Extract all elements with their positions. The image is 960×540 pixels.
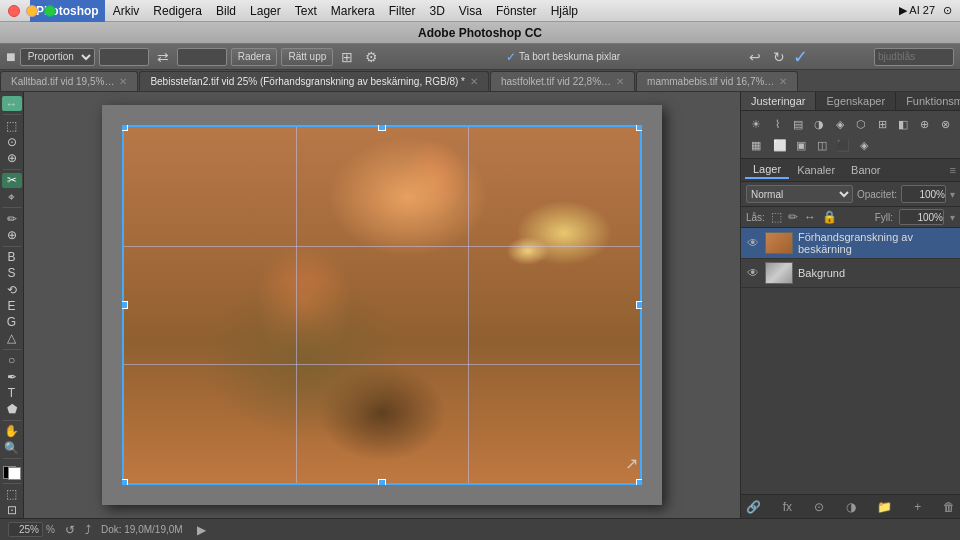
layer-fx-icon[interactable]: fx [783, 500, 792, 514]
tool-crop[interactable]: ✂ [2, 173, 22, 188]
menu-markera[interactable]: Markera [325, 0, 381, 22]
tool-history[interactable]: ⟲ [2, 282, 22, 297]
crop-overlay[interactable] [122, 125, 642, 485]
adj-curves[interactable]: ⌇ [768, 115, 786, 133]
settings-icon[interactable]: ⚙ [361, 48, 381, 66]
lock-pixels[interactable]: ✏ [788, 210, 798, 224]
layers-panel-menu[interactable]: ≡ [950, 164, 956, 176]
radera-button[interactable]: Radera [231, 48, 278, 66]
tool-eraser[interactable]: E [2, 298, 22, 313]
menu-hjalp[interactable]: Hjälp [545, 0, 584, 22]
adj-levels[interactable]: ▤ [789, 115, 807, 133]
layer-mask-icon[interactable]: ⊙ [814, 500, 824, 514]
panel-tab-justeringar[interactable]: Justeringar [741, 92, 816, 110]
proportion-item[interactable]: Proportion [20, 48, 95, 66]
tool-mask[interactable]: ⬚ [2, 487, 22, 502]
opacity-input[interactable] [901, 185, 946, 203]
swap-icon[interactable]: ⇄ [153, 48, 173, 66]
adj-selective-color[interactable]: ◈ [855, 136, 873, 154]
fill-input[interactable] [899, 209, 944, 225]
crop-handle-mr[interactable] [636, 301, 642, 309]
tab-1[interactable]: Kalltbad.tif vid 19,5%… ✕ [0, 71, 138, 91]
adj-vibrance[interactable]: ◈ [831, 115, 849, 133]
background-color[interactable] [8, 467, 21, 480]
tool-eyedropper[interactable]: ✏ [2, 211, 22, 226]
crop-handle-mt[interactable] [378, 125, 386, 131]
tab-3[interactable]: hastfolket.tif vid 22,8%… ✕ [490, 71, 635, 91]
adj-brightness[interactable]: ☀ [747, 115, 765, 133]
tool-blur[interactable]: △ [2, 331, 22, 346]
tool-screen[interactable]: ⊡ [2, 503, 22, 518]
height-input[interactable] [177, 48, 227, 66]
undo-icon[interactable]: ↩ [745, 48, 765, 66]
tool-lasso[interactable]: ⊙ [2, 134, 22, 149]
zoom-input[interactable] [8, 522, 43, 537]
opacity-stepper[interactable]: ▾ [950, 189, 955, 200]
layer-item-0[interactable]: 👁 Förhandsgranskning av beskärning [741, 228, 960, 259]
tool-pen[interactable]: ✒ [2, 369, 22, 384]
layer-add-icon[interactable]: + [914, 500, 921, 514]
grid-icon[interactable]: ⊞ [337, 48, 357, 66]
adj-threshold[interactable]: ◫ [813, 136, 831, 154]
canvas-inner[interactable] [122, 125, 642, 485]
layer-folder-icon[interactable]: 📁 [877, 500, 892, 514]
menu-fonster[interactable]: Fönster [490, 0, 543, 22]
adj-gradient-map[interactable]: ⬛ [834, 136, 852, 154]
menu-arkiv[interactable]: Arkiv [107, 0, 146, 22]
adj-color-balance[interactable]: ⊞ [873, 115, 891, 133]
tab-4[interactable]: mammabebis.tif vid 16,7%… ✕ [636, 71, 798, 91]
menu-redigera[interactable]: Redigera [147, 0, 208, 22]
menu-filter[interactable]: Filter [383, 0, 422, 22]
layer-link-icon[interactable]: 🔗 [746, 500, 761, 514]
layer-delete-icon[interactable]: 🗑 [943, 500, 955, 514]
maximize-button[interactable] [44, 5, 56, 17]
adj-color-lookup[interactable]: ▦ [747, 136, 765, 154]
adj-bw[interactable]: ◧ [894, 115, 912, 133]
tab-2[interactable]: Bebisstefan2.tif vid 25% (Förhandsgransk… [139, 71, 489, 91]
tab-3-close[interactable]: ✕ [616, 76, 624, 87]
tool-heal[interactable]: ⊕ [2, 227, 22, 242]
tool-colors[interactable] [3, 466, 21, 480]
width-input[interactable] [99, 48, 149, 66]
close-button[interactable] [8, 5, 20, 17]
layer-0-visibility[interactable]: 👁 [746, 236, 760, 250]
tab-2-close[interactable]: ✕ [470, 76, 478, 87]
menu-bild[interactable]: Bild [210, 0, 242, 22]
crop-handle-ml[interactable] [122, 301, 128, 309]
ratt-upp-button[interactable]: Rätt upp [281, 48, 333, 66]
menu-text[interactable]: Text [289, 0, 323, 22]
adj-hue[interactable]: ⬡ [852, 115, 870, 133]
menu-3d[interactable]: 3D [423, 0, 450, 22]
layers-tab-banor[interactable]: Banor [843, 162, 888, 178]
tool-zoom[interactable]: 🔍 [2, 440, 22, 455]
panel-tab-egenskaper[interactable]: Egenskaper [816, 92, 896, 110]
crop-handle-mb[interactable] [378, 479, 386, 485]
lock-transparent[interactable]: ⬚ [771, 210, 782, 224]
tool-marquee[interactable]: ⬚ [2, 118, 22, 133]
width-item[interactable] [99, 48, 149, 66]
checkbox-crop[interactable]: ✓ Ta bort beskurna pixlar [506, 50, 620, 64]
adj-exposure[interactable]: ◑ [810, 115, 828, 133]
layers-tab-kanaler[interactable]: Kanaler [789, 162, 843, 178]
window-controls[interactable] [8, 5, 56, 17]
height-item[interactable] [177, 48, 227, 66]
layer-adjustment-icon[interactable]: ◑ [846, 500, 856, 514]
tool-gradient[interactable]: G [2, 314, 22, 329]
adj-channel-mixer[interactable]: ⊗ [936, 115, 954, 133]
arrow-right[interactable]: ▶ [197, 523, 206, 537]
minimize-button[interactable] [26, 5, 38, 17]
crop-handle-br[interactable] [636, 479, 642, 485]
tool-measure[interactable]: ⌖ [2, 189, 22, 204]
tool-move[interactable]: ↔ [2, 96, 22, 111]
adj-posterize[interactable]: ▣ [792, 136, 810, 154]
lock-move[interactable]: ↔ [804, 210, 816, 224]
crop-handle-tl[interactable] [122, 125, 128, 131]
adj-photo-filter[interactable]: ⊕ [915, 115, 933, 133]
layer-1-visibility[interactable]: 👁 [746, 266, 760, 280]
layer-item-1[interactable]: 👁 Bakgrund [741, 259, 960, 288]
redo-icon[interactable]: ↻ [769, 48, 789, 66]
blend-mode-select[interactable]: Normal [746, 185, 853, 203]
share-icon[interactable]: ⤴ [85, 523, 91, 537]
crop-handle-tr[interactable] [636, 125, 642, 131]
tool-magic-wand[interactable]: ⊕ [2, 151, 22, 166]
